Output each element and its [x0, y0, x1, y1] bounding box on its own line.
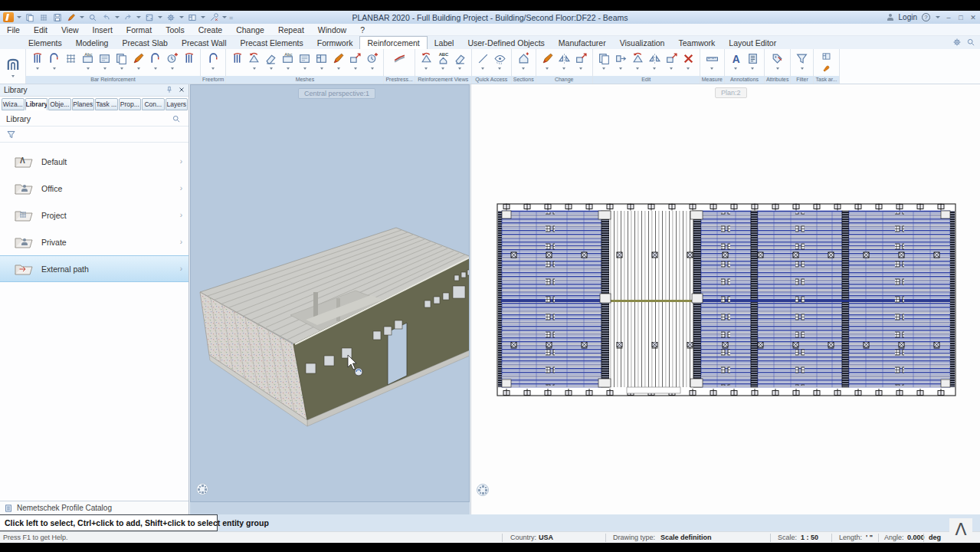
- menu-tools[interactable]: Tools: [159, 25, 192, 34]
- project-navigator-icon[interactable]: [38, 12, 49, 22]
- palette-tab-task[interactable]: Task ...: [95, 98, 118, 110]
- text-block-icon[interactable]: [745, 50, 761, 76]
- palette-tab-objects[interactable]: Obje...: [48, 98, 71, 110]
- pan-zoom-icon[interactable]: [87, 12, 98, 22]
- menu-repeat[interactable]: Repeat: [271, 25, 311, 34]
- delete-icon[interactable]: [680, 50, 696, 76]
- maximize-button[interactable]: □: [957, 14, 965, 21]
- navigation-compass-icon[interactable]: [477, 484, 489, 496]
- palette-tab-layers[interactable]: Layers: [166, 98, 188, 110]
- undo-icon[interactable]: [100, 12, 112, 22]
- bar-hook-icon[interactable]: [147, 50, 163, 76]
- viewport-plan[interactable]: Plan:2: [470, 84, 980, 514]
- save-icon[interactable]: [51, 12, 63, 22]
- profile-catalog-button[interactable]: Nemetschek Profile Catalog: [0, 501, 188, 514]
- library-item-project[interactable]: Project›: [0, 202, 188, 228]
- mesh-corner-icon[interactable]: [313, 50, 329, 76]
- library-item-external-path[interactable]: External path›: [0, 255, 188, 282]
- palette-tab-planes[interactable]: Planes: [72, 98, 95, 110]
- tab-layout-editor[interactable]: Layout Editor: [722, 37, 783, 49]
- bar-edit-icon[interactable]: [181, 50, 197, 76]
- edit-icon[interactable]: [65, 12, 77, 22]
- app-logo-icon[interactable]: [3, 12, 14, 22]
- menu-file[interactable]: File: [0, 25, 27, 34]
- legend-icon[interactable]: [97, 50, 113, 76]
- minimize-button[interactable]: –: [945, 14, 952, 21]
- viewport-label-plan[interactable]: Plan:2: [715, 87, 747, 98]
- move-icon[interactable]: [613, 50, 629, 76]
- viewport-label-perspective[interactable]: Central perspective:1: [298, 88, 375, 99]
- status-angle-value[interactable]: 0.000: [907, 532, 925, 543]
- menu-window[interactable]: Window: [311, 25, 353, 34]
- view-generate-icon[interactable]: [418, 50, 434, 76]
- tab-precast-wall[interactable]: Precast Wall: [175, 37, 234, 49]
- library-item-office[interactable]: Office›: [0, 175, 188, 202]
- visibility-icon[interactable]: [492, 50, 508, 76]
- abc-mesh-label-icon[interactable]: Abc: [280, 50, 296, 76]
- refresh-icon[interactable]: [143, 12, 155, 22]
- settings-icon[interactable]: [165, 12, 176, 22]
- status-scale-value[interactable]: 1 : 50: [801, 532, 818, 543]
- mesh-pen-icon[interactable]: [330, 50, 346, 76]
- modify-pen-icon[interactable]: [130, 50, 146, 76]
- tab-teamwork[interactable]: Teamwork: [671, 37, 722, 49]
- mesh-edit-pen-icon[interactable]: [347, 50, 363, 76]
- filter-funnel-icon[interactable]: [794, 50, 810, 76]
- ribbon-settings-icon[interactable]: [952, 38, 962, 47]
- abc-house-icon[interactable]: ABC: [435, 50, 451, 76]
- palette-tab-library[interactable]: Library: [25, 98, 48, 110]
- palette-tab-wizard[interactable]: Wiza...: [2, 98, 25, 110]
- view-erase-icon[interactable]: [452, 50, 468, 76]
- redo-icon[interactable]: [122, 12, 133, 22]
- mesh-legend-icon[interactable]: [297, 50, 313, 76]
- bar-placement-icon[interactable]: [46, 50, 62, 76]
- library-item-default[interactable]: Λ Default›: [0, 148, 188, 175]
- building-3d-model[interactable]: [191, 85, 469, 501]
- split-icon[interactable]: [556, 50, 572, 76]
- library-item-private[interactable]: Private›: [0, 228, 188, 255]
- copy-icon[interactable]: [596, 50, 612, 76]
- help-icon[interactable]: ?: [922, 13, 930, 21]
- status-unit[interactable]: deg: [929, 532, 941, 543]
- close-button[interactable]: ✕: [969, 14, 977, 21]
- tab-user-defined-objects[interactable]: User-Defined Objects: [461, 37, 551, 49]
- reinforcement-plan-drawing[interactable]: [497, 203, 956, 396]
- legend-copy-icon[interactable]: [113, 50, 129, 76]
- status-drawing-type-value[interactable]: Scale definition: [660, 532, 712, 543]
- mirror-icon[interactable]: [647, 50, 663, 76]
- mesh-bend-icon[interactable]: [263, 50, 279, 76]
- prestress-strand-icon[interactable]: [392, 50, 408, 76]
- window-layout-icon[interactable]: [186, 12, 198, 22]
- status-length-value[interactable]: ' ": [866, 532, 873, 543]
- tab-label[interactable]: Label: [428, 37, 461, 49]
- mesh-fan-icon[interactable]: [246, 50, 262, 76]
- palette-tab-connect[interactable]: Con...: [142, 98, 165, 110]
- text-a-icon[interactable]: A: [728, 50, 744, 76]
- ribbon-search-icon[interactable]: [966, 38, 975, 47]
- tools-icon[interactable]: [208, 12, 219, 22]
- menu-view[interactable]: View: [54, 25, 86, 34]
- close-icon[interactable]: [178, 86, 185, 94]
- filter-icon[interactable]: [6, 130, 16, 140]
- login-button[interactable]: Login: [899, 13, 917, 21]
- tab-precast-elements[interactable]: Precast Elements: [233, 37, 310, 49]
- tab-elements[interactable]: Elements: [21, 37, 69, 49]
- stretch-icon[interactable]: [664, 50, 680, 76]
- menu-edit[interactable]: Edit: [27, 25, 54, 34]
- open-project-icon[interactable]: [24, 12, 35, 22]
- rotate-icon[interactable]: [630, 50, 646, 76]
- ribbon-app-button[interactable]: [0, 49, 26, 84]
- task-layout-icon[interactable]: [818, 51, 834, 63]
- section-house-icon[interactable]: [516, 50, 532, 76]
- attribute-tag-icon[interactable]: [769, 50, 785, 76]
- pin-icon[interactable]: [166, 86, 173, 94]
- navigation-compass-icon[interactable]: [196, 483, 208, 495]
- ruler-icon[interactable]: [704, 50, 720, 76]
- task-paint-icon[interactable]: [818, 63, 834, 75]
- mesh-schedule-icon[interactable]: [364, 50, 380, 76]
- abc-label-icon[interactable]: Abc: [80, 50, 96, 76]
- tab-precast-slab[interactable]: Precast Slab: [115, 37, 175, 49]
- palette-tab-properties[interactable]: Prop...: [119, 98, 142, 110]
- search-icon[interactable]: [172, 114, 181, 123]
- menu-format[interactable]: Format: [120, 25, 159, 34]
